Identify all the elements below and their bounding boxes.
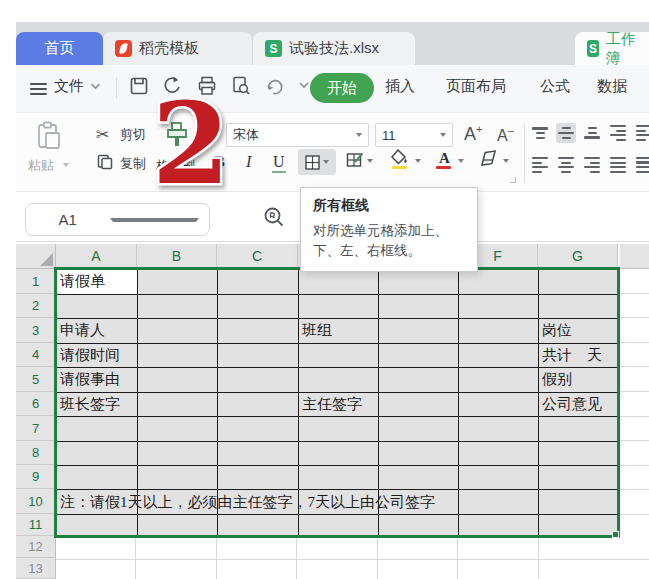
cell-a4[interactable]: 请假时间 (60, 346, 120, 365)
italic-button[interactable]: I (246, 153, 251, 171)
borders-button-hovered[interactable] (298, 149, 336, 175)
cell-border (56, 416, 618, 417)
copy-icon[interactable] (97, 154, 113, 170)
cell-g5[interactable]: 假别 (542, 370, 572, 389)
font-color-chevron-icon[interactable] (458, 159, 464, 163)
cell-border (56, 318, 618, 319)
paste-icon[interactable] (36, 121, 62, 151)
select-all-corner[interactable] (16, 244, 56, 269)
ribbon-tab-page-layout[interactable]: 页面布局 (446, 77, 506, 96)
tab-home[interactable]: 首页 (16, 32, 103, 65)
column-header-c[interactable]: C (217, 244, 298, 269)
grid-cells-below-selection[interactable] (56, 538, 649, 579)
row-header-11[interactable]: 11 (16, 514, 56, 536)
align-middle-button-selected[interactable] (556, 123, 576, 143)
row-header-1[interactable]: 1 (16, 269, 56, 294)
save-icon[interactable] (128, 75, 152, 99)
ribbon-tab-formulas[interactable]: 公式 (540, 77, 570, 96)
cell-a1[interactable]: 请假单 (60, 272, 105, 291)
paste-button[interactable]: 粘贴 (28, 157, 54, 175)
column-header-a[interactable]: A (56, 244, 137, 269)
group-expand-mark[interactable] (510, 177, 516, 183)
row-header-12[interactable]: 12 (16, 536, 56, 558)
ribbon-tab-insert[interactable]: 插入 (385, 77, 415, 96)
tab-document-label: 试验技法.xlsx (289, 39, 379, 58)
ribbon-tab-data[interactable]: 数据 (597, 77, 627, 96)
row-header-2[interactable]: 2 (16, 294, 56, 318)
distribute-button[interactable] (634, 155, 649, 175)
row-header-4[interactable]: 4 (16, 343, 56, 367)
underline-button[interactable]: U (272, 153, 286, 173)
print-preview-icon[interactable] (230, 75, 254, 99)
search-icon[interactable] (262, 205, 286, 229)
grid-cells-right-of-selection[interactable] (620, 269, 649, 536)
cell-a10[interactable]: 注：请假1天以上，必须由主任签字，7天以上由公司签字 (60, 493, 435, 512)
font-name-chevron-icon (356, 133, 362, 137)
borders-chevron-icon[interactable] (323, 160, 329, 164)
font-size-select[interactable]: 11 (375, 123, 453, 147)
tab-document[interactable]: S 试验技法.xlsx (253, 32, 415, 65)
cell-d6[interactable]: 主任签字 (302, 395, 362, 414)
increase-indent-button[interactable] (634, 123, 649, 143)
file-menu[interactable]: 文件 (54, 77, 84, 96)
file-menu-chevron-icon[interactable] (90, 82, 101, 90)
cell-a5[interactable]: 请假事由 (60, 370, 120, 389)
align-right-button[interactable] (582, 155, 602, 175)
select-all-triangle-icon (40, 253, 53, 266)
row-header-7[interactable]: 7 (16, 416, 56, 441)
cell-d3[interactable]: 班组 (302, 321, 332, 340)
row-header-10[interactable]: 10 (16, 489, 56, 514)
cell-g6[interactable]: 公司意见 (542, 395, 602, 414)
cell-a3[interactable]: 申请人 (60, 321, 105, 340)
tab-workbook[interactable]: S 工作簿 (575, 32, 649, 65)
align-top-button[interactable] (530, 123, 550, 143)
tab-workbook-label: 工作簿 (606, 30, 637, 68)
draw-table-icon[interactable] (346, 151, 364, 169)
cell-border (56, 367, 618, 368)
align-center-button[interactable] (556, 155, 576, 175)
fill-color-icon[interactable] (390, 148, 410, 166)
decrease-font-size-button[interactable]: A− (497, 125, 514, 145)
cut-button[interactable]: 剪切 (120, 126, 146, 144)
paste-chevron-icon[interactable] (63, 163, 69, 167)
cell-a6[interactable]: 班长签字 (60, 395, 120, 414)
selected-range[interactable]: 请假单 申请人 班组 岗位 请假时间 共计 天 请假事由 假别 班长签字 主任签… (56, 269, 618, 536)
docer-icon (115, 40, 132, 57)
cell-border (56, 343, 618, 344)
menu-separator (116, 77, 117, 99)
cell-g4[interactable]: 共计 天 (542, 346, 602, 365)
font-color-button[interactable]: A (439, 150, 450, 167)
draw-table-chevron-icon[interactable] (367, 159, 373, 163)
decrease-indent-button[interactable] (608, 123, 628, 143)
hamburger-icon[interactable] (30, 80, 47, 101)
increase-font-size-button[interactable]: A+ (464, 123, 482, 145)
justify-button[interactable] (608, 155, 628, 175)
row-header-5[interactable]: 5 (16, 367, 56, 392)
align-bottom-button[interactable] (582, 123, 602, 143)
redo-icon[interactable] (264, 75, 288, 99)
wps-spreadsheet-window: 首页 稻壳模板 S 试验技法.xlsx S 工作簿 文件 (0, 0, 649, 579)
ribbon-tab-start[interactable]: 开始 (310, 73, 374, 103)
row-header-6[interactable]: 6 (16, 392, 56, 416)
tooltip-title: 所有框线 (313, 197, 465, 215)
copy-button[interactable]: 复制 (120, 155, 146, 173)
desktop-margin-top (0, 0, 649, 22)
column-header-g[interactable]: G (538, 244, 618, 269)
font-name-select[interactable]: 宋体 (226, 123, 369, 147)
fill-color-chevron-icon[interactable] (415, 159, 421, 163)
cell-g3[interactable]: 岗位 (542, 321, 572, 340)
align-left-button[interactable] (530, 155, 550, 175)
column-header-b[interactable]: B (137, 244, 217, 269)
all-borders-tooltip: 所有框线 对所选单元格添加上、下、左、右框线。 (300, 187, 478, 272)
row-header-3[interactable]: 3 (16, 318, 56, 343)
row-header-9[interactable]: 9 (16, 465, 56, 489)
tab-docer-templates[interactable]: 稻壳模板 (103, 32, 252, 65)
cell-border (56, 294, 618, 295)
clear-formatting-icon[interactable] (479, 150, 499, 167)
row-header-8[interactable]: 8 (16, 441, 56, 465)
column-header-partial[interactable] (620, 244, 649, 269)
clear-chevron-icon[interactable] (503, 159, 509, 163)
fill-handle[interactable] (612, 531, 619, 538)
cell-reference: A1 (26, 211, 110, 228)
row-header-13[interactable]: 13 (16, 558, 56, 579)
